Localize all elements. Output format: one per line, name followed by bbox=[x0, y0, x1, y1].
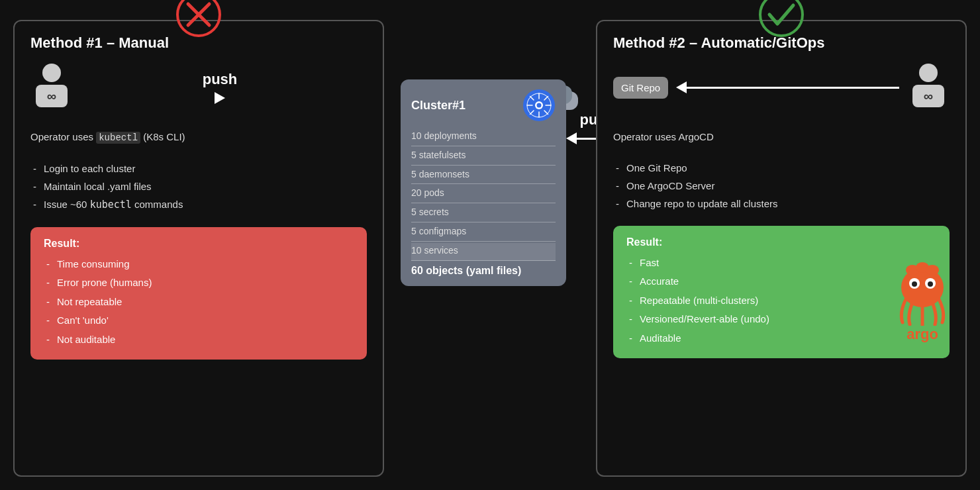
method1-result-3: Not repeatable bbox=[44, 293, 354, 312]
method2-steps: One Git Repo One ArgoCD Server Change re… bbox=[613, 159, 950, 213]
method2-result-3: Repeatable (multi-clusters) bbox=[626, 291, 936, 311]
svg-point-17 bbox=[537, 103, 542, 108]
method1-result-2: Error prone (humans) bbox=[44, 273, 354, 293]
cluster-item-deployments: 10 deployments bbox=[411, 128, 556, 146]
cluster-card-front: Cluster#1 bbox=[401, 79, 566, 286]
cluster-total: 60 objects (yaml files) bbox=[411, 265, 556, 277]
method1-step-3: Issue ~60 kubectl commands bbox=[30, 195, 367, 214]
method2-step-2: One ArgoCD Server bbox=[613, 177, 950, 195]
cluster-item-daemonsets: 5 daemonsets bbox=[411, 167, 556, 185]
method2-step-3: Change repo to update all clusters bbox=[613, 195, 950, 213]
method1-step-2: Maintain local .yaml files bbox=[30, 177, 367, 195]
method1-tool: kubectl bbox=[96, 132, 140, 144]
cluster-item-secrets: 5 secrets bbox=[411, 205, 556, 222]
method2-result-box: Result: Fast Accurate Repeatable (multi-… bbox=[613, 226, 950, 359]
method1-desc-intro: Operator uses bbox=[30, 131, 96, 142]
cross-badge bbox=[175, 0, 222, 41]
push-arrow bbox=[215, 92, 225, 104]
method1-result-title: Result: bbox=[44, 238, 354, 250]
method2-description: Operator uses ArgoCD bbox=[613, 128, 950, 146]
method1-box: Method #1 – Manual ∞ push O bbox=[13, 20, 384, 477]
method2-desc-intro: Operator uses ArgoCD bbox=[613, 131, 714, 142]
push-arrow-container: push bbox=[73, 71, 367, 104]
method1-kubectl-inline: kubectl bbox=[90, 199, 132, 211]
method2-box: Method #2 – Automatic/GitOps Git Repo ∞ … bbox=[596, 20, 967, 477]
push-label: push bbox=[203, 71, 238, 88]
method1-result-5: Not auditable bbox=[44, 330, 354, 350]
cluster-cards: Cluster#1 bbox=[401, 79, 579, 265]
method2-result-1: Fast bbox=[626, 254, 936, 273]
cluster-item-pods: 20 pods bbox=[411, 185, 556, 203]
method1-person: ∞ bbox=[30, 62, 73, 113]
method2-step-1: One Git Repo bbox=[613, 159, 950, 177]
cluster-item-configmaps: 5 configmaps bbox=[411, 224, 556, 242]
check-badge bbox=[758, 0, 805, 41]
method1-result-1: Time consuming bbox=[44, 255, 354, 274]
svg-point-3 bbox=[42, 64, 61, 82]
method2-person: ∞ bbox=[907, 62, 950, 113]
cluster-items: 10 deployments 5 statefulsets 5 daemonse… bbox=[411, 128, 556, 261]
method1-result-list: Time consuming Error prone (humans) Not … bbox=[44, 255, 354, 350]
svg-text:∞: ∞ bbox=[47, 89, 56, 103]
main-container: Method #1 – Manual ∞ push O bbox=[0, 0, 980, 490]
method2-result-2: Accurate bbox=[626, 272, 936, 291]
k8s-logo bbox=[522, 89, 556, 122]
method1-result-4: Can't 'undo' bbox=[44, 311, 354, 330]
svg-point-19 bbox=[919, 64, 938, 82]
method2-result-4: Versioned/Revert-able (undo) bbox=[626, 310, 936, 329]
svg-text:∞: ∞ bbox=[924, 89, 933, 103]
method1-description: Operator uses kubectl (K8s CLI) bbox=[30, 128, 367, 146]
cluster-item-statefulsets: 5 statefulsets bbox=[411, 148, 556, 166]
cluster-title: Cluster#1 bbox=[411, 99, 466, 113]
method1-operator-row: ∞ push bbox=[30, 62, 367, 113]
method2-result-title: Result: bbox=[626, 236, 936, 248]
method2-result-list: Fast Accurate Repeatable (multi-clusters… bbox=[626, 254, 936, 348]
cluster-item-services: 10 services bbox=[411, 243, 556, 261]
svg-point-0 bbox=[177, 0, 220, 36]
method2-pull-arrow bbox=[676, 81, 899, 93]
method2-operator-row: Git Repo ∞ bbox=[613, 62, 950, 113]
git-repo-box: Git Repo bbox=[613, 77, 668, 99]
method1-desc-rest: (K8s CLI) bbox=[140, 131, 185, 142]
method1-result-box: Result: Time consuming Error prone (huma… bbox=[30, 227, 367, 360]
method1-step-1: Login to each cluster bbox=[30, 160, 367, 177]
method2-result-5: Auditable bbox=[626, 329, 936, 348]
center-area: Cluster#1 bbox=[384, 20, 596, 477]
method1-steps: Login to each cluster Maintain local .ya… bbox=[30, 160, 367, 214]
cluster-header: Cluster#1 bbox=[411, 89, 556, 122]
